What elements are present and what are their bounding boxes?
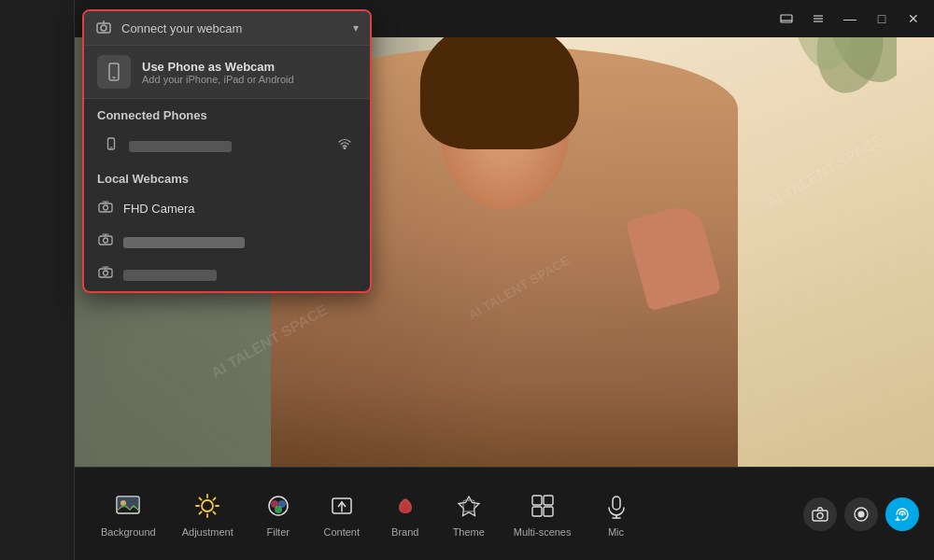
- svg-line-44: [214, 511, 216, 513]
- local-webcams-label: Local Webcams: [84, 162, 370, 191]
- live-button[interactable]: [885, 497, 919, 531]
- svg-point-28: [104, 238, 108, 243]
- use-phone-title: Use Phone as Webcam: [142, 60, 294, 74]
- background-tool[interactable]: Background: [90, 483, 167, 545]
- phone-device-icon: [103, 137, 120, 153]
- panel-arrow-icon: ▾: [353, 21, 359, 35]
- webcam-icon-1: [97, 201, 114, 217]
- phone-icon: [97, 55, 131, 89]
- svg-marker-53: [459, 497, 479, 516]
- svg-rect-55: [532, 496, 542, 505]
- minimize-button[interactable]: —: [837, 6, 863, 32]
- wifi-icon: [338, 138, 351, 152]
- background-label: Background: [101, 526, 156, 538]
- record-button[interactable]: [844, 497, 878, 531]
- adjustment-tool[interactable]: Adjustment: [171, 483, 245, 545]
- webcam-panel-title: Connect your webcam: [121, 21, 346, 35]
- maximize-button[interactable]: □: [869, 6, 895, 32]
- multiscenes-tool[interactable]: Multi-scenes: [502, 483, 583, 545]
- svg-point-63: [817, 512, 823, 518]
- theme-tool[interactable]: Theme: [439, 483, 499, 545]
- brand-label: Brand: [391, 526, 418, 538]
- camera-button[interactable]: [803, 497, 837, 531]
- mic-label: Mic: [608, 526, 624, 538]
- multiscenes-label: Multi-scenes: [514, 526, 572, 538]
- use-phone-subtitle: Add your iPhone, iPad or Android: [142, 74, 294, 85]
- svg-rect-0: [781, 15, 792, 22]
- svg-rect-58: [544, 507, 553, 516]
- bottom-toolbar: Background Adjustment: [75, 467, 934, 560]
- multiscenes-icon: [528, 491, 558, 521]
- adjustment-label: Adjustment: [182, 526, 234, 538]
- left-sidebar: [0, 0, 75, 560]
- svg-rect-62: [813, 511, 828, 521]
- connected-phone-name-1: [129, 138, 329, 152]
- menu-button[interactable]: [805, 6, 831, 32]
- adjustment-icon: [192, 491, 222, 521]
- svg-point-24: [104, 205, 108, 210]
- connected-phone-item-1[interactable]: [90, 130, 364, 161]
- mic-tool[interactable]: Mic: [587, 483, 646, 545]
- webcam-name-2: [123, 234, 357, 248]
- svg-rect-54: [463, 500, 474, 511]
- brand-icon: [390, 491, 420, 521]
- svg-line-46: [200, 511, 202, 513]
- svg-point-16: [101, 25, 106, 31]
- theater-button[interactable]: [773, 6, 800, 32]
- svg-line-45: [214, 497, 216, 499]
- svg-point-66: [901, 512, 904, 515]
- window-controls: — □ ✕: [773, 6, 927, 32]
- background-icon: [113, 491, 143, 521]
- svg-rect-56: [544, 496, 553, 505]
- toolbar-items: Background Adjustment: [90, 483, 803, 545]
- connected-phones-label: Connected Phones: [84, 99, 370, 128]
- close-button[interactable]: ✕: [900, 6, 927, 32]
- webcam-header-icon: [95, 19, 114, 37]
- filter-tool[interactable]: Filter: [248, 483, 308, 545]
- content-label: Content: [323, 526, 360, 538]
- webcam-icon-3: [97, 266, 114, 282]
- svg-line-43: [200, 497, 202, 499]
- local-webcam-item-1[interactable]: FHD Camera: [84, 193, 370, 224]
- brand-tool[interactable]: Brand: [375, 483, 435, 545]
- content-tool[interactable]: Content: [312, 483, 372, 545]
- webcam-name-1: FHD Camera: [123, 202, 357, 216]
- filter-icon: [263, 491, 293, 521]
- webcam-icon-2: [97, 233, 114, 249]
- content-icon: [327, 491, 357, 521]
- theme-icon: [454, 491, 484, 521]
- svg-rect-59: [613, 497, 620, 510]
- svg-point-22: [344, 147, 346, 149]
- local-webcam-item-2[interactable]: [84, 226, 370, 257]
- use-phone-button[interactable]: Use Phone as Webcam Add your iPhone, iPa…: [84, 46, 370, 99]
- webcam-panel-header[interactable]: Connect your webcam ▾: [84, 11, 370, 46]
- webcam-name-3: [123, 267, 357, 281]
- svg-rect-57: [532, 507, 542, 516]
- use-phone-text: Use Phone as Webcam Add your iPhone, iPa…: [142, 60, 294, 85]
- svg-point-65: [858, 511, 865, 517]
- svg-point-50: [275, 506, 282, 513]
- mic-icon: [601, 491, 631, 521]
- webcam-panel: Connect your webcam ▾ Use Phone as Webca…: [82, 9, 372, 293]
- svg-point-38: [202, 500, 213, 511]
- filter-label: Filter: [267, 526, 290, 538]
- right-controls: [803, 497, 919, 531]
- local-webcam-item-3[interactable]: [84, 259, 370, 289]
- svg-rect-36: [117, 497, 139, 508]
- theme-label: Theme: [453, 526, 485, 538]
- svg-point-32: [104, 271, 108, 275]
